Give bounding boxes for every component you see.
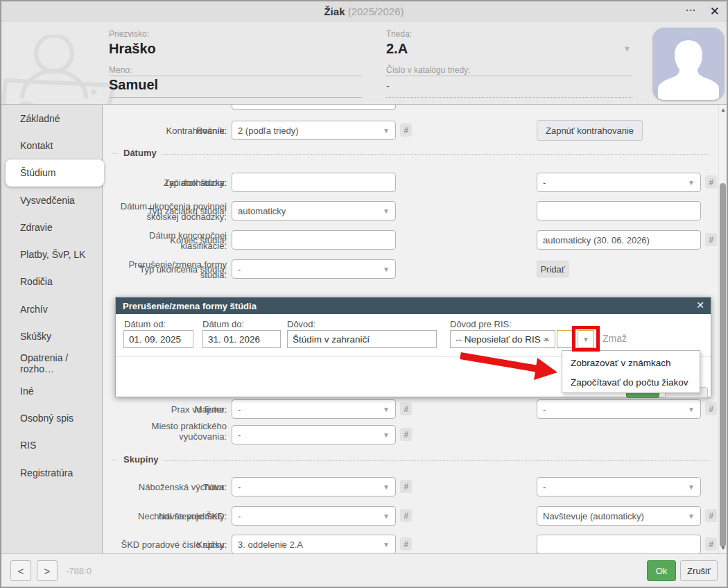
koncorocna-value: automaticky (30. 06. 2026) [543, 235, 650, 245]
rocnik-select[interactable]: 2 (podľa triedy) ▼ [232, 121, 396, 140]
next-record-button[interactable]: > [37, 560, 58, 581]
modal-header[interactable]: Prerušenie/zmena formy štúdia ✕ [116, 297, 711, 314]
chevron-down-icon: ▼ [688, 512, 695, 520]
zaciatok-studia-input[interactable] [232, 173, 396, 192]
koncorocna-input[interactable]: automaticky (30. 06. 2026) [537, 230, 701, 250]
typ-zaciatku-select[interactable]: automaticky ▼ [232, 201, 396, 220]
koncorocna-label: Dátum koncoročnej klasifikácie: [103, 230, 227, 251]
section-divider [162, 154, 709, 155]
datum-od-input[interactable]: 01. 09. 2025 [123, 330, 193, 348]
typ-dochadzky-history-icon[interactable]: # [705, 175, 717, 189]
scroll-down-icon[interactable]: ▼ [720, 545, 726, 551]
povinna-dochadzka-label: Dátum ukončenia povinnej školskej dochád… [103, 201, 227, 222]
dovod-input[interactable]: Štúdim v zahraničí [287, 330, 437, 348]
skd-history-icon[interactable]: # [705, 509, 717, 522]
nabozenska-label: Náboženská výchova: [103, 482, 227, 492]
modal-title: Prerušenie/zmena formy štúdia [123, 301, 257, 311]
student-photo-placeholder[interactable] [653, 28, 724, 100]
tutor-history-icon[interactable]: # [400, 480, 412, 493]
zapnut-kontrahovanie-button[interactable]: Zapnúť kontrahovanie [537, 120, 643, 141]
sidebar-item-archiv[interactable]: Archív [1, 295, 102, 322]
dovod-pre-ris-select[interactable]: -- Neposielať do RIS -- ▼ [450, 330, 555, 348]
sidebar-item-ine[interactable]: Iné [1, 377, 102, 404]
majster-history-icon[interactable]: # [400, 402, 412, 415]
prerusenie-label: Prerušenie/zmena formy štúdia: [103, 259, 227, 280]
class-value[interactable]: 2.A [386, 41, 412, 57]
prax-select[interactable]: - ▼ [537, 399, 701, 419]
miesto-label: Miesto praktického vyučovania: [103, 421, 227, 442]
chevron-down-icon: ▼ [383, 266, 390, 273]
datum-od-label: Dátum od: [124, 319, 166, 329]
close-icon[interactable]: ✕ [710, 4, 720, 19]
prerusenie-modal: Prerušenie/zmena formy štúdia ✕ Dátum od… [115, 297, 711, 397]
zmaz-link[interactable]: Zmaž [603, 333, 627, 344]
miesto-select[interactable]: - ▼ [232, 425, 396, 444]
prax-history-icon[interactable]: # [705, 402, 717, 415]
firstname-underline [109, 97, 362, 98]
modal-close-icon[interactable]: ✕ [696, 300, 704, 311]
pridat-button[interactable]: Pridať [537, 261, 569, 277]
sidebar-item-zdravie[interactable]: Zdravie [1, 214, 102, 241]
clipped-select[interactable] [232, 104, 396, 110]
typ-zaciatku-value: automaticky [238, 206, 286, 216]
surname-value[interactable]: Hraško [109, 41, 156, 57]
sidebar-item-osobny-spis[interactable]: Osobný spis [1, 404, 102, 431]
sidebar-item-zakladne[interactable]: Základné [1, 105, 102, 132]
sidebar-item-registratura[interactable]: Registratúra [1, 459, 102, 486]
prev-record-button[interactable]: < [10, 560, 31, 581]
chevron-down-icon: ▼ [383, 512, 390, 520]
ok-button[interactable]: Ok [647, 560, 676, 581]
sidebar-item-ris[interactable]: RIS [1, 432, 102, 459]
sidebar-item-kontakt[interactable]: Kontakt [1, 132, 102, 159]
sidebar-item-rodicia[interactable]: Rodičia [1, 268, 102, 295]
section-skupiny: ⋯ Skupiny [112, 454, 709, 465]
cancel-button[interactable]: Zrušiť [680, 560, 718, 581]
typ-ukoncenia-select[interactable]: - ▼ [232, 259, 396, 279]
tutor-select[interactable]: - ▼ [232, 477, 396, 496]
datum-do-input[interactable]: 31. 01. 2026 [202, 330, 281, 348]
skd-select[interactable]: Navštevuje (automaticky) ▼ [537, 506, 701, 526]
class-dropdown-arrow-icon[interactable]: ▼ [623, 44, 631, 53]
prax-label: Prax vo firme: [103, 404, 227, 415]
catalog-underline [386, 97, 632, 98]
majster-select[interactable]: - ▼ [232, 399, 396, 419]
chevron-down-icon: ▼ [383, 127, 390, 135]
skd-cislo-input[interactable] [537, 535, 701, 553]
menu-item-zobrazovat[interactable]: Zobrazovať v známkach [562, 353, 700, 372]
vertical-scrollbar[interactable]: ▲ ▼ [718, 105, 727, 553]
nechodi-select[interactable]: - ▼ [232, 506, 396, 526]
nechodi-history-icon[interactable]: # [400, 509, 412, 522]
sidebar-item-platby[interactable]: Platby, ŠvP, LK [1, 241, 102, 268]
sidebar-item-studium[interactable]: Štúdium [6, 159, 104, 187]
sidebar-item-skusky[interactable]: Skúšky [1, 322, 102, 349]
firstname-label: Meno: [109, 65, 158, 75]
rocnik-value: 2 (podľa triedy) [238, 126, 299, 136]
datum-do-value: 31. 01. 2026 [208, 334, 260, 345]
nabozenska-select[interactable]: - ▼ [537, 477, 701, 496]
kruzky-select[interactable]: 3. oddelenie 2.A ▼ [232, 535, 396, 553]
scrollbar-thumb[interactable] [720, 183, 726, 547]
typ-dochadzky-select[interactable]: - ▼ [537, 173, 701, 192]
povinna-dochadzka-input[interactable] [537, 201, 701, 220]
rocnik-history-icon[interactable]: # [400, 123, 412, 137]
firstname-value[interactable]: Samuel [109, 77, 158, 93]
skd-value: Navštevuje (automaticky) [543, 511, 644, 521]
koniec-studia-input[interactable] [232, 230, 396, 250]
chevron-down-icon: ▼ [688, 406, 695, 413]
surname-label: Priezvisko: [109, 29, 156, 39]
skd-cislo-history-icon[interactable]: # [705, 537, 717, 551]
catalog-number-field: Číslo v katalógu triedy: - [386, 65, 470, 92]
menu-item-zapocitavat[interactable]: Započítavať do počtu žiakov [562, 372, 700, 392]
sidebar-item-opatrenia[interactable]: Opatrenia / rozho… [1, 350, 102, 377]
sidebar-item-vysvedcenia[interactable]: Vysvedčenia [1, 187, 102, 214]
person-silhouette-icon [653, 28, 724, 100]
kruzky-history-icon[interactable]: # [400, 537, 412, 551]
chevron-down-icon: ▼ [383, 483, 390, 491]
catalog-number-value[interactable]: - [386, 80, 470, 92]
koncorocna-history-icon[interactable]: # [705, 233, 717, 246]
section-divider [164, 460, 709, 461]
scroll-up-icon[interactable]: ▲ [720, 107, 726, 113]
miesto-history-icon[interactable]: # [400, 428, 412, 441]
datum-od-value: 01. 09. 2025 [129, 334, 181, 345]
more-options-icon[interactable]: ... [686, 2, 696, 13]
